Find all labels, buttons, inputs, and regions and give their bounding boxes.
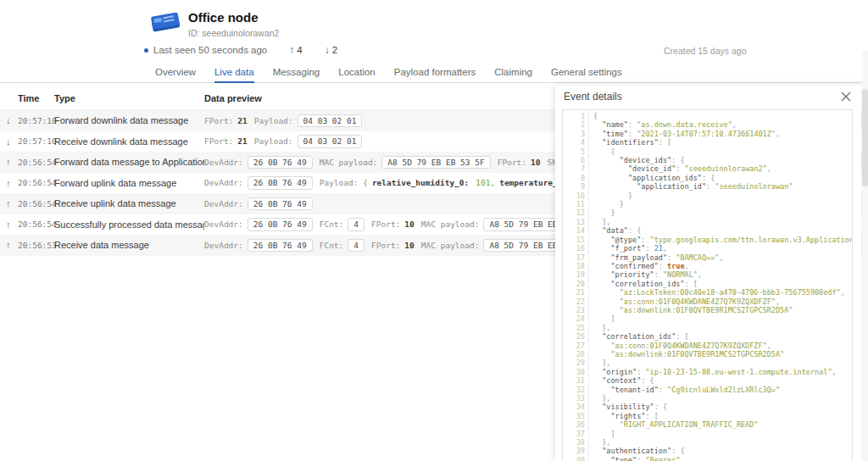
json-line-content: "as:conn:01F0Q4KWDANE4Z7Q7K9ZQXDFZF",: [593, 342, 771, 350]
json-line: 22 "as:conn:01F0Q4KWDANE4Z7Q7K9ZQXDFZF",: [563, 297, 852, 306]
json-line-content: }: [593, 208, 615, 217]
event-type: Forward uplink data message: [54, 178, 204, 188]
data-chip: A8 5D 79 EB EB 53 5F: [381, 156, 490, 169]
scrollbar-thumb[interactable]: [862, 89, 868, 186]
tab-location[interactable]: Location: [338, 67, 375, 82]
line-number: 11: [563, 200, 589, 208]
json-line-content: "application_ids": {: [593, 174, 715, 182]
tab-live-data[interactable]: Live data: [214, 67, 254, 83]
up-arrow-icon: ↑: [6, 178, 18, 188]
line-number: 3: [563, 130, 589, 138]
device-id: ID: seeeduinolorawan2: [188, 28, 279, 38]
tab-claiming[interactable]: Claiming: [494, 67, 532, 82]
tab-overview[interactable]: Overview: [155, 67, 196, 82]
line-number: 24: [563, 314, 589, 323]
tab-payload-formatters[interactable]: Payload formatters: [394, 67, 476, 82]
json-line-content: "@type": "type.googleapis.com/ttn.lorawa…: [593, 236, 853, 244]
line-number: 25: [563, 324, 589, 332]
event-type: Forward downlink data message: [54, 115, 204, 125]
uplink-arrow-icon: ↑: [289, 44, 294, 56]
json-line: 10 }: [563, 192, 852, 200]
line-number: 20: [563, 280, 589, 288]
uplink-count: 4: [297, 45, 302, 55]
json-line-content: {: [593, 112, 598, 120]
line-number: 16: [563, 244, 589, 253]
device-id-value: seeeduinolorawan2: [202, 28, 279, 38]
downlink-counter: ↓2: [325, 44, 337, 56]
json-line: 9 "application_id": "seeeduinolorawan": [563, 182, 852, 191]
json-code: 1{2 "name": "as.down.data.receive",3 "ti…: [563, 112, 852, 461]
json-line: 20 "correlation_ids": [: [563, 280, 852, 288]
line-number: 6: [563, 156, 589, 164]
preview-token: MAC payload:: [421, 241, 480, 250]
preview-token: FCnt:: [320, 241, 344, 250]
event-time: 20:56:54: [18, 199, 54, 208]
line-number: 2: [563, 120, 589, 129]
data-chip: 26 0B 76 49: [248, 239, 313, 253]
line-number: 23: [563, 306, 589, 314]
tab-general-settings[interactable]: General settings: [551, 67, 622, 82]
event-json-viewer[interactable]: 1{2 "name": "as.down.data.receive",3 "ti…: [562, 109, 853, 461]
json-line-content: "time": "2021-03-14T07:57:10.473661401Z"…: [593, 130, 780, 138]
json-line-content: "authentication": {: [593, 447, 685, 455]
json-line: 21 "az:LockToken:00c40e18-a470-4706-bbb3…: [563, 288, 852, 297]
json-line: 11 }: [563, 200, 852, 208]
page-scrollbar[interactable]: [862, 51, 868, 461]
preview-token: 10: [404, 241, 414, 250]
line-number: 15: [563, 236, 589, 244]
preview-token: DevAddr:: [204, 219, 243, 229]
uplink-counter: ↑4: [289, 44, 302, 56]
preview-token: 10: [404, 219, 414, 229]
close-icon[interactable]: [839, 90, 853, 103]
json-line-content: "device_ids": {: [593, 156, 685, 164]
json-line: 17 "frm_payload": "BAMCAQ==",: [563, 253, 852, 262]
json-line-content: "az:LockToken:00c40e18-a470-4706-bbb3-75…: [593, 288, 845, 297]
json-line-content: }: [593, 192, 632, 200]
preview-token: Payload:: [254, 116, 293, 125]
data-chip: 04 03 02 01: [298, 114, 363, 128]
json-line-content: "confirmed": true,: [593, 262, 689, 270]
line-number: 36: [563, 420, 589, 429]
event-type: Receive data message: [54, 240, 204, 250]
json-line-content: "type": "Bearer",: [593, 456, 685, 461]
line-number: 17: [563, 253, 589, 262]
line-number: 9: [563, 182, 589, 191]
json-line-content: "name": "as.down.data.receive",: [593, 120, 737, 129]
event-type: Forward data message to Application S…: [54, 157, 204, 167]
event-time: 20:56:53: [18, 241, 54, 250]
preview-token: 21: [237, 136, 247, 146]
json-line: 30 "origin": "ip-10-23-15-88.eu-west-1.c…: [563, 368, 852, 376]
json-line-content: },: [593, 394, 611, 403]
json-line-content: "correlation_ids": [: [593, 332, 689, 341]
preview-token: 101,: [476, 178, 495, 187]
line-number: 4: [563, 138, 589, 147]
event-time: 20:56:54: [18, 158, 54, 167]
tab-messaging[interactable]: Messaging: [273, 67, 320, 82]
preview-token: FCnt:: [320, 219, 344, 229]
line-number: 32: [563, 386, 589, 394]
event-time: 20:56:54: [18, 219, 54, 229]
status-row: Last seen 50 seconds ago ↑4 ↓2: [144, 44, 337, 56]
line-number: 13: [563, 218, 589, 226]
json-line: 18 "confirmed": true,: [563, 262, 852, 270]
preview-token: Payload:: [254, 136, 293, 146]
device-id-label: ID:: [188, 28, 199, 38]
preview-token: FPort:: [204, 116, 233, 125]
json-line-content: "identifiers": [: [593, 138, 671, 147]
line-number: 12: [563, 208, 589, 217]
json-line-content: ],: [593, 218, 611, 226]
json-line-content: ]: [593, 314, 615, 323]
created-text: Created 15 days ago: [664, 46, 746, 56]
json-line: 8 "application_ids": {: [563, 174, 852, 182]
line-number: 38: [563, 438, 589, 447]
status-dot-icon: [144, 48, 148, 53]
preview-token: 10: [531, 158, 540, 167]
json-line: 34 "visibility": {: [563, 403, 852, 411]
event-details-title: Event details: [564, 91, 622, 103]
line-number: 28: [563, 350, 589, 358]
line-number: 35: [563, 412, 589, 420]
json-line-content: }: [593, 200, 624, 208]
preview-token: Payload: {: [320, 178, 368, 187]
json-line: 31 "context": {: [563, 376, 852, 385]
page-title: Office node: [188, 10, 259, 25]
